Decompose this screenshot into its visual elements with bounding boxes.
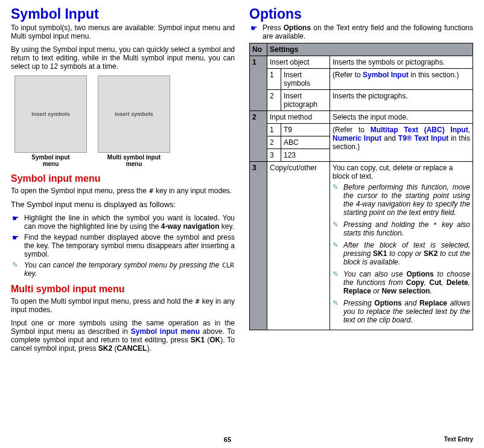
row1-sub2-desc: Inserts the pictographs.	[330, 90, 473, 111]
row3-tip3: After the block of text is selected, pre…	[333, 241, 470, 266]
s1-p2: The Symbol input menu is displayed as fo…	[11, 200, 235, 209]
clr-key-icon: CLR	[221, 261, 235, 269]
link-multitap[interactable]: Multitap Text (ABC) Input	[371, 126, 468, 134]
multi-symbol-screenshot: Insert symbols	[98, 75, 170, 153]
link-symbol-input[interactable]: Symbol Input	[363, 71, 409, 79]
fig2-cap-a: Multi symbol input	[98, 154, 170, 161]
intro-p1: To input symbol(s), two menus are availa…	[11, 24, 235, 40]
bullet-keypad-number: Find the keypad number displayed above t…	[11, 233, 235, 258]
row2-sub1-n: 1	[267, 124, 281, 136]
row1-sub1-label: Insert symbols	[281, 69, 330, 90]
row1-sub2-n: 2	[267, 90, 281, 111]
row1-sub2-label: Insert pictograph	[281, 90, 330, 111]
row2-desc: Selects the input mode.	[330, 111, 473, 124]
symbol-input-menu-heading: Symbol input menu	[11, 173, 235, 184]
row3-no: 3	[250, 162, 267, 330]
row2-sub3-n: 3	[267, 149, 281, 162]
row3-tip1: Before performing this function, move th…	[333, 183, 470, 217]
row1-no: 1	[250, 56, 267, 111]
row1-label: Insert object	[267, 56, 330, 69]
fig1-cap-a: Symbol input	[14, 154, 87, 161]
multi-symbol-menu-heading: Multi symbol input menu	[11, 284, 235, 295]
options-table: No Settings 1 Insert object Inserts the …	[249, 43, 473, 330]
s2-p2: Input one or more symbols using the same…	[11, 319, 235, 353]
figure-row: Insert symbols Symbol input menu Insert …	[14, 75, 235, 167]
s2-p1: To open the Multi symbol input menu, pre…	[11, 297, 235, 314]
bullet-highlight-line: Highlight the line in which the symbol y…	[11, 214, 235, 231]
row2-sub2-n: 2	[267, 136, 281, 149]
row1-sub1-desc: (Refer to Symbol Input in this section.)	[330, 69, 473, 90]
fig1-cap-b: menu	[14, 161, 87, 167]
th-no: No	[250, 43, 267, 56]
fig2-cap-b: menu	[98, 161, 170, 167]
row2-no: 2	[250, 111, 267, 162]
link-t9[interactable]: T9® Text Input	[398, 134, 449, 142]
section-name: Text Entry	[444, 436, 473, 443]
options-heading: Options	[249, 6, 473, 22]
symbol-input-screenshot: Insert symbols	[14, 75, 87, 153]
row3-desc: You can copy, cut, delete or replace a b…	[333, 164, 470, 181]
row1-sub1-n: 1	[267, 69, 281, 90]
row2-sub1-label: T9	[281, 124, 330, 136]
row3-tip5: Pressing Options and Replace allows you …	[333, 299, 470, 324]
figure-symbol-menu: Insert symbols Symbol input menu	[14, 75, 87, 167]
s1-p1: To open the Symbol input menu, press the…	[11, 187, 235, 195]
row3-tip2: Pressing and holding the * key also star…	[333, 220, 470, 237]
link-symbol-input-menu[interactable]: Symbol input menu	[131, 327, 200, 336]
figure-multi-symbol-menu: Insert symbols Multi symbol input menu	[98, 75, 170, 167]
bullet-press-options: Press Options on the Text entry field an…	[249, 24, 473, 40]
tip-cancel-menu: You can cancel the temporary symbol menu…	[11, 261, 235, 278]
symbol-input-heading: Symbol Input	[11, 6, 235, 22]
row2-label: Input method	[267, 111, 330, 124]
row3-desc-cell: You can copy, cut, delete or replace a b…	[330, 162, 473, 330]
th-settings: Settings	[267, 43, 473, 56]
hash-key-icon: #	[148, 187, 154, 195]
row1-desc: Inserts the symbols or pictographs.	[330, 56, 473, 69]
page-number: 65	[224, 436, 231, 443]
row3-tip4: You can also use Options to choose the f…	[333, 270, 470, 295]
row2-sub3-label: 123	[281, 149, 330, 162]
row2-sub-desc: (Refer to Multitap Text (ABC) Input, Num…	[330, 124, 473, 162]
row2-sub2-label: ABC	[281, 136, 330, 149]
row3-label: Copy/cut/other	[267, 162, 330, 330]
link-numeric[interactable]: Numeric Input	[333, 134, 381, 142]
intro-p2: By using the Symbol input menu, you can …	[11, 45, 235, 71]
